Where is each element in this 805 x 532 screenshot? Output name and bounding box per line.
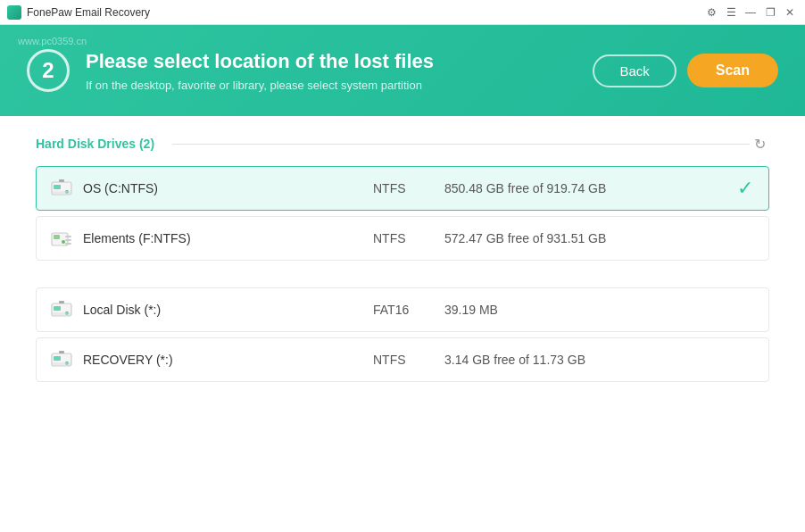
- refresh-icon[interactable]: ↻: [750, 134, 769, 154]
- selected-check-os-c: ✓: [734, 178, 756, 199]
- main-content: Hard Disk Drives (2) ↻ OS (C:NTFS) NTFS …: [0, 116, 805, 532]
- svg-rect-4: [59, 179, 64, 182]
- drive-icon-recovery: [49, 347, 74, 372]
- svg-rect-8: [65, 236, 71, 237]
- menu-button[interactable]: ☰: [723, 4, 739, 21]
- svg-rect-3: [52, 191, 71, 195]
- section-divider: [172, 144, 750, 145]
- header-buttons: Back Scan: [593, 54, 778, 87]
- drive-row-recovery[interactable]: RECOVERY (*:) NTFS 3.14 GB free of 11.73…: [36, 337, 769, 382]
- svg-rect-14: [52, 312, 71, 316]
- svg-rect-12: [54, 306, 61, 311]
- settings-button[interactable]: ⚙: [703, 4, 719, 21]
- app-icon: [7, 5, 21, 20]
- header-title: Please select location of the lost files: [86, 50, 593, 73]
- svg-rect-20: [59, 351, 64, 353]
- check-placeholder-local-disk: [734, 299, 756, 320]
- svg-rect-10: [65, 243, 71, 245]
- drive-name-elements-f: Elements (F:NTFS): [83, 231, 373, 245]
- restore-button[interactable]: ❐: [762, 4, 778, 21]
- svg-point-7: [62, 240, 65, 244]
- drive-space-os-c: 850.48 GB free of 919.74 GB: [444, 181, 734, 195]
- svg-rect-17: [54, 356, 61, 361]
- check-placeholder-recovery: [734, 349, 756, 370]
- title-bar-left: FonePaw Email Recovery: [7, 5, 150, 20]
- step-indicator: 2: [27, 49, 70, 92]
- hard-disk-section-title: Hard Disk Drives (2): [36, 137, 154, 151]
- app-title-text: FonePaw Email Recovery: [27, 6, 150, 19]
- header-subtitle: If on the desktop, favorite or library, …: [86, 79, 593, 92]
- scan-button[interactable]: Scan: [687, 54, 778, 87]
- drive-icon-elements-f: [49, 226, 74, 251]
- hard-disk-section-header: Hard Disk Drives (2) ↻: [36, 134, 769, 154]
- header-text: Please select location of the lost files…: [86, 50, 593, 92]
- svg-rect-9: [65, 239, 71, 241]
- section-title-row: Hard Disk Drives (2): [36, 137, 750, 151]
- drive-row-os-c[interactable]: OS (C:NTFS) NTFS 850.48 GB free of 919.7…: [36, 166, 769, 211]
- minimize-button[interactable]: —: [743, 4, 759, 21]
- drive-row-elements-f[interactable]: Elements (F:NTFS) NTFS 572.47 GB free of…: [36, 216, 769, 261]
- drive-space-local-disk: 39.19 MB: [444, 303, 734, 317]
- drive-name-local-disk: Local Disk (*:): [83, 303, 373, 317]
- drive-space-elements-f: 572.47 GB free of 931.51 GB: [444, 231, 734, 245]
- svg-rect-15: [59, 301, 64, 303]
- drive-fs-elements-f: NTFS: [373, 231, 444, 245]
- drive-fs-local-disk: FAT16: [373, 303, 444, 317]
- drive-name-os-c: OS (C:NTFS): [83, 181, 373, 195]
- svg-rect-1: [54, 185, 61, 189]
- watermark: www.pc0359.cn: [18, 36, 87, 46]
- title-bar: FonePaw Email Recovery ⚙ ☰ — ❐ ✕: [0, 0, 805, 25]
- check-placeholder-elements-f: [734, 228, 756, 249]
- drive-space-recovery: 3.14 GB free of 11.73 GB: [444, 353, 734, 367]
- drive-icon-local-disk: [49, 297, 74, 322]
- drive-fs-os-c: NTFS: [373, 181, 444, 195]
- title-bar-controls: ⚙ ☰ — ❐ ✕: [703, 4, 798, 21]
- drive-fs-recovery: NTFS: [373, 353, 444, 367]
- drive-row-local-disk[interactable]: Local Disk (*:) FAT16 39.19 MB: [36, 287, 769, 332]
- header: www.pc0359.cn 2 Please select location o…: [0, 25, 805, 116]
- close-button[interactable]: ✕: [782, 4, 798, 21]
- group-spacer: [36, 266, 769, 287]
- svg-rect-6: [54, 235, 60, 239]
- back-button[interactable]: Back: [593, 54, 676, 87]
- drive-name-recovery: RECOVERY (*:): [83, 353, 373, 367]
- svg-rect-19: [52, 362, 71, 366]
- drive-icon-os-c: [49, 176, 74, 201]
